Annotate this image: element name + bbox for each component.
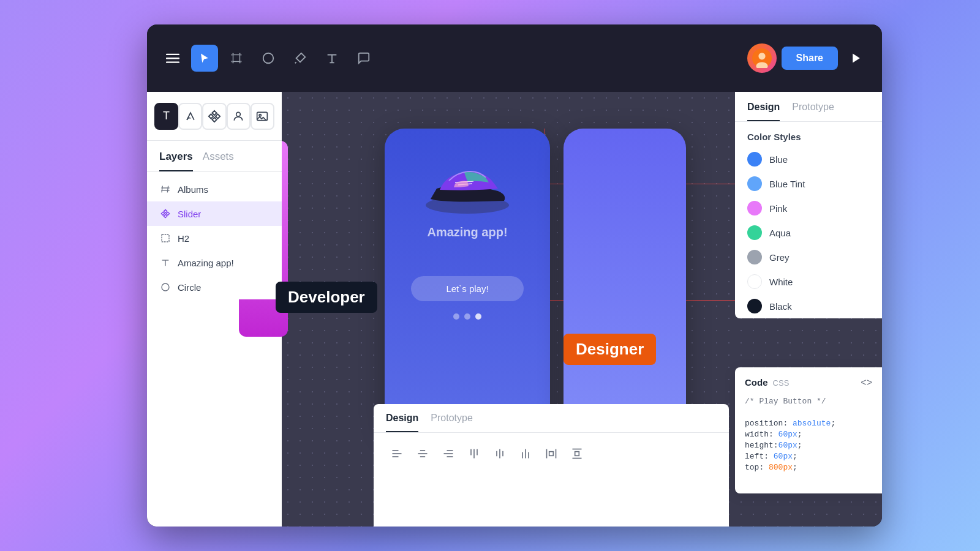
phone-mockup-1: Amazing app! Let`s play!: [385, 129, 550, 435]
distribute-h[interactable]: [540, 443, 562, 465]
svg-point-4: [263, 53, 274, 64]
dot-1: [453, 313, 459, 320]
share-button[interactable]: Share: [782, 47, 838, 70]
layer-item-circle[interactable]: Circle: [147, 275, 282, 299]
distribute-v[interactable]: [566, 443, 588, 465]
svg-rect-40: [549, 452, 554, 456]
layer-label-amazing: Amazing app!: [178, 258, 234, 268]
phone-play-button[interactable]: Let`s play!: [411, 276, 524, 301]
canvas: T: [147, 92, 882, 527]
code-line-3: height:60px;: [745, 441, 802, 450]
code-line-5: top: 800px;: [745, 463, 797, 472]
comment-tool[interactable]: [350, 45, 377, 72]
tab-design[interactable]: Design: [747, 102, 780, 121]
layer-item-amazing[interactable]: Amazing app!: [147, 250, 282, 275]
right-panel: Design Prototype Color Styles Blue Blue …: [735, 92, 882, 318]
bottom-tabs: Design Prototype: [374, 404, 729, 433]
code-line-2: width: 60px;: [745, 430, 802, 439]
color-label-blue-tint: Blue Tint: [769, 179, 805, 189]
path-icon-btn[interactable]: [178, 103, 202, 130]
layer-icon-albums: [159, 183, 172, 195]
svg-point-6: [758, 53, 765, 59]
svg-rect-15: [162, 234, 169, 242]
bottom-toolbar: [374, 433, 729, 474]
menu-icon[interactable]: [159, 45, 186, 72]
color-swatch-white: [747, 274, 762, 289]
avatar[interactable]: [747, 43, 777, 73]
left-panel: T: [147, 92, 282, 527]
code-toggle-icon[interactable]: <>: [861, 377, 872, 388]
color-item-blue-tint[interactable]: Blue Tint: [735, 171, 882, 196]
phone-mockup-2: [564, 129, 686, 435]
text-tool[interactable]: [318, 45, 345, 72]
designer-badge: Designer: [564, 334, 656, 365]
layer-icon-amazing: [159, 257, 172, 269]
layer-label-h2: H2: [178, 233, 189, 244]
code-line-1: position: absolute;: [745, 419, 835, 428]
color-swatch-blue: [747, 152, 762, 167]
color-label-pink: Pink: [769, 203, 787, 214]
svg-rect-3: [233, 55, 240, 62]
dot-2: [464, 313, 470, 320]
layer-label-slider: Slider: [178, 209, 201, 219]
color-item-grey[interactable]: Grey: [735, 245, 882, 269]
image-icon-btn[interactable]: [251, 103, 274, 130]
align-left[interactable]: [386, 443, 408, 465]
color-styles-title: Color Styles: [735, 122, 882, 147]
svg-line-12: [167, 186, 168, 193]
layer-label-circle: Circle: [178, 282, 201, 293]
svg-line-11: [162, 186, 162, 193]
frame-tool[interactable]: [223, 45, 250, 72]
color-list: Blue Blue Tint Pink Aqua Grey White Blac…: [735, 147, 882, 318]
developer-badge: Developer: [276, 282, 377, 313]
color-swatch-grey: [747, 250, 762, 264]
align-right[interactable]: [437, 443, 459, 465]
align-top[interactable]: [463, 443, 485, 465]
app-window: Share T: [147, 24, 882, 527]
code-line-4: left: 60px;: [745, 452, 797, 461]
phone-title: Amazing app!: [427, 225, 507, 239]
toolbar: Share: [147, 24, 882, 92]
bottom-tab-design[interactable]: Design: [386, 413, 418, 432]
tab-layers[interactable]: Layers: [159, 151, 193, 171]
design-tabs: Design Prototype: [735, 92, 882, 122]
select-tool[interactable]: [191, 45, 218, 72]
color-item-black[interactable]: Black: [735, 294, 882, 318]
code-lang: CSS: [771, 378, 789, 388]
component-icon-btn[interactable]: [202, 103, 226, 130]
layer-item-slider[interactable]: Slider: [147, 201, 282, 226]
text-icon-btn[interactable]: T: [154, 103, 178, 130]
person-icon-btn[interactable]: [227, 103, 251, 130]
dot-3: [475, 313, 481, 320]
bottom-tab-prototype[interactable]: Prototype: [431, 413, 472, 432]
layer-list: Albums Slider H2 Amazing app! Circle: [147, 177, 282, 299]
bottom-panel: Design Prototype: [374, 404, 729, 527]
align-bottom[interactable]: [514, 443, 537, 465]
layer-label-albums: Albums: [178, 184, 208, 195]
align-center-h[interactable]: [412, 443, 434, 465]
color-label-aqua: Aqua: [769, 228, 791, 238]
align-center-v[interactable]: [489, 443, 511, 465]
svg-rect-1: [166, 58, 179, 59]
code-title: Code: [745, 377, 768, 388]
layer-item-albums[interactable]: Albums: [147, 177, 282, 201]
color-item-pink[interactable]: Pink: [735, 196, 882, 220]
layers-panel: Layers Assets Albums Slider H2 Amazing a…: [147, 141, 282, 299]
shape-tool[interactable]: [255, 45, 282, 72]
color-label-white: White: [769, 277, 793, 287]
layers-tabs: Layers Assets: [147, 141, 282, 172]
svg-point-8: [236, 112, 241, 116]
color-item-aqua[interactable]: Aqua: [735, 220, 882, 245]
pen-tool[interactable]: [287, 45, 314, 72]
color-label-grey: Grey: [769, 252, 790, 263]
play-button[interactable]: [843, 45, 870, 72]
tab-prototype[interactable]: Prototype: [792, 102, 834, 121]
color-swatch-aqua: [747, 225, 762, 240]
phone-dots: [453, 313, 481, 320]
color-item-white[interactable]: White: [735, 269, 882, 294]
tab-assets[interactable]: Assets: [203, 151, 234, 171]
layer-icon-h2: [159, 232, 172, 244]
color-item-blue[interactable]: Blue: [735, 147, 882, 171]
layer-icon-circle: [159, 281, 172, 293]
layer-item-h2[interactable]: H2: [147, 226, 282, 250]
